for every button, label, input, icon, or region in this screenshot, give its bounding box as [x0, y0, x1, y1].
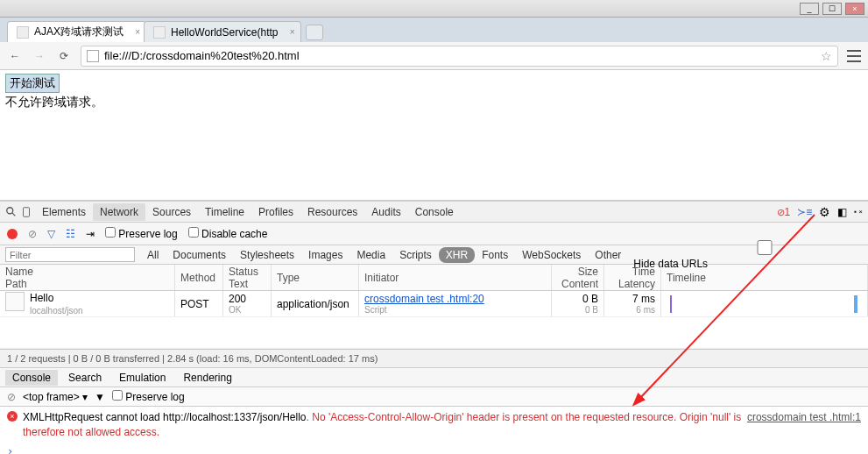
url-input[interactable] [104, 49, 815, 62]
error-icon: × [7, 411, 18, 422]
preserve-log-checkbox[interactable]: Preserve log [105, 227, 178, 240]
initiator-link[interactable]: crossdomain test .html:20 [364, 293, 546, 305]
network-summary: 1 / 2 requests | 0 B / 0 B transferred |… [0, 349, 868, 368]
options-icon[interactable]: ⇥ [86, 228, 95, 240]
filter-type-media[interactable]: Media [349, 247, 392, 263]
record-button[interactable] [7, 229, 18, 239]
clear-console-icon[interactable]: ⊘ [7, 391, 16, 403]
error-count-badge[interactable]: ⊘1 [777, 206, 791, 218]
window-maximize[interactable]: ☐ [822, 3, 842, 15]
preserve-log-checkbox[interactable]: Preserve log [112, 390, 185, 403]
devtools-tab-console[interactable]: Console [408, 203, 461, 221]
network-table-header: NamePath Method StatusText Type Initiato… [0, 265, 868, 291]
forward-button[interactable]: → [32, 48, 47, 64]
file-icon [5, 292, 25, 311]
start-test-button[interactable]: 开始测试 [5, 74, 60, 93]
drawer-toggle-icon[interactable]: ≻≡ [797, 206, 812, 218]
devtools-tab-audits[interactable]: Audits [364, 203, 407, 221]
tab-title: HelloWorldService(http [171, 26, 279, 39]
filter-type-fonts[interactable]: Fonts [475, 247, 515, 263]
disable-cache-checkbox[interactable]: Disable cache [188, 227, 268, 240]
close-devtools-icon[interactable]: ▪ × [854, 208, 863, 216]
filter-type-scripts[interactable]: Scripts [392, 247, 439, 263]
svg-point-0 [7, 207, 13, 213]
reload-button[interactable]: ⟳ [56, 48, 72, 64]
filter-type-images[interactable]: Images [301, 247, 349, 263]
drawer-tab-rendering[interactable]: Rendering [176, 370, 238, 386]
omnibox[interactable]: ☆ [81, 46, 838, 67]
page-icon [87, 50, 99, 62]
search-icon[interactable] [5, 206, 18, 218]
svg-line-1 [12, 212, 16, 216]
frame-selector[interactable]: <top frame> ▾ [23, 391, 88, 403]
bookmark-icon[interactable]: ☆ [821, 49, 832, 63]
drawer-tab-search[interactable]: Search [61, 370, 109, 386]
network-request-row[interactable]: Hellolocalhost/json POST 200OK applicati… [0, 291, 868, 317]
window-titlebar: _ ☐ × [0, 0, 868, 18]
devtools-tab-profiles[interactable]: Profiles [251, 203, 300, 221]
devtools-tab-timeline[interactable]: Timeline [198, 203, 251, 221]
drawer-tab-console[interactable]: Console [5, 370, 58, 386]
devtools-tabbar: ElementsNetworkSourcesTimelineProfilesRe… [0, 202, 868, 223]
result-message: 不允许跨域请求。 [5, 95, 863, 110]
console-error-message: × XMLHttpRequest cannot load http://loca… [0, 407, 868, 443]
devtools-tab-network[interactable]: Network [93, 203, 145, 221]
tab-title: AJAX跨域请求测试 [34, 25, 123, 39]
filter-type-websockets[interactable]: WebSockets [515, 247, 588, 263]
console-source-link[interactable]: crossdomain test .html:1 [747, 410, 861, 425]
network-filter-row: AllDocumentsStylesheetsImagesMediaScript… [0, 245, 868, 265]
dock-icon[interactable]: ◧ [837, 206, 847, 218]
window-close[interactable]: × [845, 3, 864, 15]
close-icon[interactable]: × [290, 27, 295, 37]
settings-icon[interactable]: ⚙ [819, 205, 830, 219]
view-icon[interactable]: ☷ [66, 228, 75, 240]
filter-dropdown[interactable]: ▼ [95, 391, 105, 403]
filter-type-documents[interactable]: Documents [166, 247, 233, 263]
page-content: 开始测试 不允许跨域请求。 [0, 70, 868, 200]
hamburger-menu-icon[interactable] [847, 50, 861, 62]
filter-icon[interactable]: ▽ [47, 228, 55, 240]
new-tab-button[interactable] [306, 25, 323, 40]
filter-type-xhr[interactable]: XHR [439, 247, 475, 263]
timeline-mark [854, 295, 857, 313]
window-minimize[interactable]: _ [800, 3, 819, 15]
filter-type-stylesheets[interactable]: Stylesheets [233, 247, 301, 263]
favicon-icon [17, 26, 29, 39]
console-prompt[interactable]: › [0, 443, 868, 454]
device-icon[interactable] [20, 206, 32, 218]
favicon-icon [153, 26, 166, 39]
devtools-tab-elements[interactable]: Elements [35, 203, 93, 221]
browser-tab-inactive[interactable]: HelloWorldService(http × [144, 21, 301, 42]
svg-rect-2 [24, 207, 30, 216]
filter-input[interactable] [5, 247, 135, 262]
devtools: ElementsNetworkSourcesTimelineProfilesRe… [0, 200, 868, 454]
browser-tabbar: AJAX跨域请求测试 × HelloWorldService(http × [0, 18, 868, 42]
filter-type-other[interactable]: Other [588, 247, 628, 263]
filter-type-all[interactable]: All [140, 247, 166, 263]
clear-icon[interactable]: ⊘ [28, 228, 37, 240]
console-toolbar: ⊘ <top frame> ▾ ▼ Preserve log [0, 387, 868, 407]
drawer-tabbar: ConsoleSearchEmulationRendering [0, 368, 868, 387]
address-bar: ← → ⟳ ☆ [0, 42, 868, 70]
back-button[interactable]: ← [7, 48, 23, 64]
devtools-tab-resources[interactable]: Resources [300, 203, 364, 221]
browser-tab-active[interactable]: AJAX跨域请求测试 × [7, 21, 146, 42]
drawer-tab-emulation[interactable]: Emulation [112, 370, 173, 386]
close-icon[interactable]: × [135, 27, 140, 37]
devtools-tab-sources[interactable]: Sources [145, 203, 198, 221]
timeline-mark [670, 295, 672, 313]
